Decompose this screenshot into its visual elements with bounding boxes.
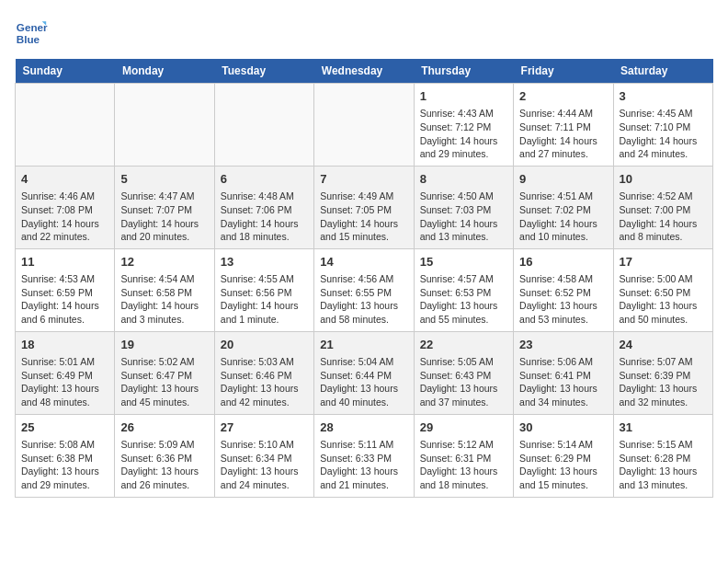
day-number: 19: [120, 337, 208, 353]
day-info: Sunrise: 4:57 AM Sunset: 6:53 PM Dayligh…: [420, 272, 507, 327]
week-row-5: 25Sunrise: 5:08 AM Sunset: 6:38 PM Dayli…: [16, 414, 713, 497]
day-info: Sunrise: 4:54 AM Sunset: 6:58 PM Dayligh…: [120, 272, 208, 327]
calendar-cell: 20Sunrise: 5:03 AM Sunset: 6:46 PM Dayli…: [214, 331, 313, 414]
calendar-cell: 29Sunrise: 5:12 AM Sunset: 6:31 PM Dayli…: [414, 414, 513, 497]
day-number: 26: [120, 419, 208, 436]
calendar-cell: 28Sunrise: 5:11 AM Sunset: 6:33 PM Dayli…: [314, 414, 414, 497]
calendar-cell: 3Sunrise: 4:45 AM Sunset: 7:10 PM Daylig…: [613, 84, 712, 167]
day-info: Sunrise: 5:00 AM Sunset: 6:50 PM Dayligh…: [620, 272, 707, 327]
day-of-week-header: SundayMondayTuesdayWednesdayThursdayFrid…: [16, 59, 713, 84]
calendar-cell: 21Sunrise: 5:04 AM Sunset: 6:44 PM Dayli…: [314, 331, 414, 414]
dow-header-saturday: Saturday: [613, 59, 712, 84]
day-info: Sunrise: 5:08 AM Sunset: 6:38 PM Dayligh…: [21, 438, 108, 492]
logo: General Blue: [15, 15, 48, 48]
day-info: Sunrise: 4:44 AM Sunset: 7:11 PM Dayligh…: [519, 107, 607, 161]
calendar-cell: 23Sunrise: 5:06 AM Sunset: 6:41 PM Dayli…: [514, 331, 613, 414]
day-info: Sunrise: 4:55 AM Sunset: 6:56 PM Dayligh…: [221, 272, 308, 327]
day-info: Sunrise: 5:12 AM Sunset: 6:31 PM Dayligh…: [420, 438, 507, 492]
day-info: Sunrise: 4:56 AM Sunset: 6:55 PM Dayligh…: [320, 272, 407, 327]
day-number: 17: [620, 254, 707, 270]
calendar-cell: 11Sunrise: 4:53 AM Sunset: 6:59 PM Dayli…: [16, 248, 115, 331]
day-info: Sunrise: 5:05 AM Sunset: 6:43 PM Dayligh…: [420, 355, 507, 409]
day-info: Sunrise: 4:52 AM Sunset: 7:00 PM Dayligh…: [620, 190, 707, 244]
page-header: General Blue: [15, 15, 713, 48]
day-number: 11: [21, 254, 108, 270]
day-number: 22: [420, 337, 507, 353]
day-number: 6: [221, 171, 308, 188]
day-info: Sunrise: 5:10 AM Sunset: 6:34 PM Dayligh…: [221, 438, 308, 492]
day-number: 7: [320, 171, 407, 188]
day-info: Sunrise: 4:49 AM Sunset: 7:05 PM Dayligh…: [320, 190, 407, 244]
day-info: Sunrise: 4:51 AM Sunset: 7:02 PM Dayligh…: [519, 190, 607, 244]
day-info: Sunrise: 4:46 AM Sunset: 7:08 PM Dayligh…: [21, 190, 108, 244]
calendar-cell: [214, 84, 313, 167]
day-number: 30: [519, 419, 607, 436]
dow-header-wednesday: Wednesday: [314, 59, 414, 84]
day-info: Sunrise: 5:07 AM Sunset: 6:39 PM Dayligh…: [620, 355, 707, 409]
calendar-cell: 5Sunrise: 4:47 AM Sunset: 7:07 PM Daylig…: [115, 166, 214, 248]
calendar-cell: [314, 84, 414, 167]
calendar-cell: 14Sunrise: 4:56 AM Sunset: 6:55 PM Dayli…: [314, 248, 414, 331]
calendar-cell: 31Sunrise: 5:15 AM Sunset: 6:28 PM Dayli…: [613, 414, 712, 497]
calendar-cell: 16Sunrise: 4:58 AM Sunset: 6:52 PM Dayli…: [514, 248, 613, 331]
dow-header-friday: Friday: [514, 59, 613, 84]
calendar-cell: 19Sunrise: 5:02 AM Sunset: 6:47 PM Dayli…: [115, 331, 214, 414]
calendar-cell: 24Sunrise: 5:07 AM Sunset: 6:39 PM Dayli…: [613, 331, 712, 414]
calendar-cell: 13Sunrise: 4:55 AM Sunset: 6:56 PM Dayli…: [214, 248, 313, 331]
day-info: Sunrise: 5:03 AM Sunset: 6:46 PM Dayligh…: [221, 355, 308, 409]
day-info: Sunrise: 5:02 AM Sunset: 6:47 PM Dayligh…: [120, 355, 208, 409]
logo-icon: General Blue: [15, 15, 48, 48]
day-info: Sunrise: 4:58 AM Sunset: 6:52 PM Dayligh…: [519, 272, 607, 327]
day-info: Sunrise: 5:15 AM Sunset: 6:28 PM Dayligh…: [620, 438, 707, 492]
week-row-2: 4Sunrise: 4:46 AM Sunset: 7:08 PM Daylig…: [16, 166, 713, 248]
calendar-cell: 10Sunrise: 4:52 AM Sunset: 7:00 PM Dayli…: [613, 166, 712, 248]
day-number: 2: [519, 88, 607, 105]
calendar-cell: 12Sunrise: 4:54 AM Sunset: 6:58 PM Dayli…: [115, 248, 214, 331]
dow-header-tuesday: Tuesday: [214, 59, 313, 84]
day-number: 12: [120, 254, 208, 270]
day-number: 23: [519, 337, 607, 353]
calendar-cell: 7Sunrise: 4:49 AM Sunset: 7:05 PM Daylig…: [314, 166, 414, 248]
day-info: Sunrise: 5:04 AM Sunset: 6:44 PM Dayligh…: [320, 355, 407, 409]
calendar-cell: 6Sunrise: 4:48 AM Sunset: 7:06 PM Daylig…: [214, 166, 313, 248]
dow-header-sunday: Sunday: [16, 59, 115, 84]
calendar-cell: 2Sunrise: 4:44 AM Sunset: 7:11 PM Daylig…: [514, 84, 613, 167]
day-number: 8: [420, 171, 507, 188]
day-info: Sunrise: 4:53 AM Sunset: 6:59 PM Dayligh…: [21, 272, 108, 327]
calendar-cell: 30Sunrise: 5:14 AM Sunset: 6:29 PM Dayli…: [514, 414, 613, 497]
day-number: 1: [420, 88, 507, 105]
week-row-1: 1Sunrise: 4:43 AM Sunset: 7:12 PM Daylig…: [16, 84, 713, 167]
day-number: 18: [21, 337, 108, 353]
day-number: 25: [21, 419, 108, 436]
calendar-cell: [115, 84, 214, 167]
day-number: 16: [519, 254, 607, 270]
day-number: 13: [221, 254, 308, 270]
calendar-cell: 8Sunrise: 4:50 AM Sunset: 7:03 PM Daylig…: [414, 166, 513, 248]
day-info: Sunrise: 5:11 AM Sunset: 6:33 PM Dayligh…: [320, 438, 407, 492]
day-number: 21: [320, 337, 407, 353]
day-number: 10: [620, 171, 707, 188]
day-info: Sunrise: 4:50 AM Sunset: 7:03 PM Dayligh…: [420, 190, 507, 244]
calendar-cell: 26Sunrise: 5:09 AM Sunset: 6:36 PM Dayli…: [115, 414, 214, 497]
day-info: Sunrise: 5:01 AM Sunset: 6:49 PM Dayligh…: [21, 355, 108, 409]
calendar-cell: [16, 84, 115, 167]
day-info: Sunrise: 4:47 AM Sunset: 7:07 PM Dayligh…: [120, 190, 208, 244]
calendar-cell: 17Sunrise: 5:00 AM Sunset: 6:50 PM Dayli…: [613, 248, 712, 331]
day-number: 29: [420, 419, 507, 436]
day-info: Sunrise: 4:48 AM Sunset: 7:06 PM Dayligh…: [221, 190, 308, 244]
day-number: 14: [320, 254, 407, 270]
day-info: Sunrise: 5:09 AM Sunset: 6:36 PM Dayligh…: [120, 438, 208, 492]
day-info: Sunrise: 4:45 AM Sunset: 7:10 PM Dayligh…: [620, 107, 707, 161]
week-row-4: 18Sunrise: 5:01 AM Sunset: 6:49 PM Dayli…: [16, 331, 713, 414]
dow-header-monday: Monday: [115, 59, 214, 84]
day-info: Sunrise: 5:06 AM Sunset: 6:41 PM Dayligh…: [519, 355, 607, 409]
calendar-cell: 9Sunrise: 4:51 AM Sunset: 7:02 PM Daylig…: [514, 166, 613, 248]
calendar-cell: 22Sunrise: 5:05 AM Sunset: 6:43 PM Dayli…: [414, 331, 513, 414]
calendar-table: SundayMondayTuesdayWednesdayThursdayFrid…: [15, 59, 713, 498]
day-info: Sunrise: 4:43 AM Sunset: 7:12 PM Dayligh…: [420, 107, 507, 161]
day-number: 20: [221, 337, 308, 353]
day-number: 5: [120, 171, 208, 188]
svg-text:Blue: Blue: [17, 33, 40, 45]
day-number: 3: [620, 88, 707, 105]
calendar-cell: 1Sunrise: 4:43 AM Sunset: 7:12 PM Daylig…: [414, 84, 513, 167]
